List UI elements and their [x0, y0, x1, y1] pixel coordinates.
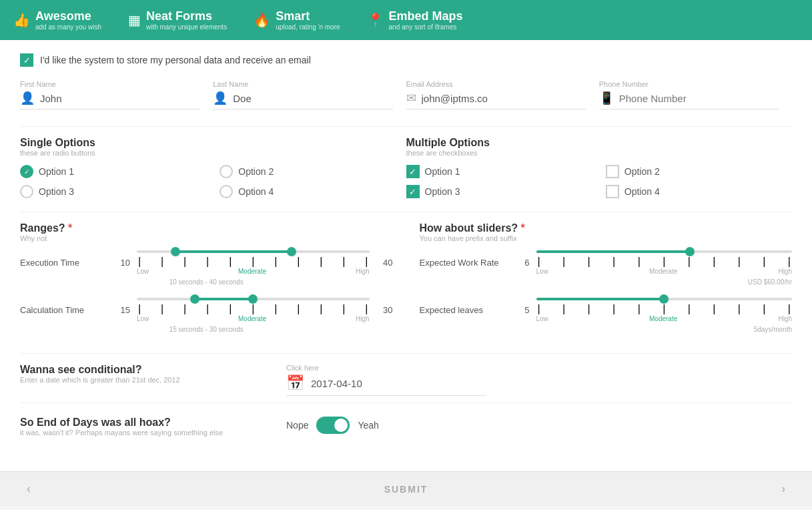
exec-moderate-label: Moderate — [238, 268, 266, 275]
first-name-group: First Name 👤 — [20, 80, 213, 109]
options-section: Single Options these are radio buttons ✓… — [20, 137, 792, 198]
single-option-3-label: Option 3 — [39, 186, 74, 197]
first-name-input-row: 👤 — [20, 91, 199, 109]
work-rate-label: Expected Work Rate — [420, 258, 506, 268]
calculation-time-track: ||||||||||| Low Moderate High — [137, 298, 370, 322]
calculation-time-label: Calculation Time — [20, 305, 107, 315]
date-question: Wanna see conditional? Enter a date whic… — [20, 364, 273, 392]
toggle-question: So End of Days was all hoax? it was, was… — [20, 417, 273, 445]
main-content: ✓ I'd like the system to store my person… — [0, 40, 812, 471]
brand-icon: 👍 — [13, 12, 30, 28]
sliders-col: How about sliders? * You can have prefix… — [420, 222, 793, 340]
date-input-row[interactable]: 📅 — [286, 374, 486, 396]
toggle-question-desc: it was, wasn't it? Perhaps mayans were s… — [20, 429, 273, 437]
leaves-row: Expected leaves 5 ||||||||||| Low Modera… — [420, 298, 793, 322]
multiple-options-title: Multiple Options — [406, 137, 793, 149]
work-rate-fill — [536, 250, 690, 253]
smart-title: Smart — [276, 9, 340, 23]
email-input[interactable] — [422, 93, 586, 104]
email-label: Email Address — [406, 80, 586, 88]
multiple-option-2[interactable]: Option 2 — [606, 165, 792, 178]
execution-time-row: Execution Time 10 ||||||||||| Low — [20, 250, 393, 275]
email-input-row: ✉ — [406, 91, 586, 109]
work-rate-thumb[interactable] — [685, 247, 695, 256]
work-rate-summary: USD $60.00/hr — [420, 278, 793, 286]
brand[interactable]: 👍 Awesome add as many you wish — [13, 9, 101, 31]
date-input[interactable] — [311, 378, 486, 389]
single-option-2[interactable]: Option 2 — [220, 165, 406, 178]
first-name-input[interactable] — [40, 93, 199, 104]
embed-maps-title: Embed Maps — [389, 9, 463, 23]
radio-2[interactable] — [220, 165, 233, 178]
single-options-subtitle: these are radio buttons — [20, 149, 406, 157]
single-option-1[interactable]: ✓ Option 1 — [20, 165, 206, 178]
execution-time-range-labels: Low Moderate High — [137, 268, 370, 275]
checkbox-1[interactable]: ✓ — [406, 165, 420, 178]
calculation-time-low-val: 15 — [113, 305, 130, 315]
header: 👍 Awesome add as many you wish ▦ Neat Fo… — [0, 0, 812, 40]
person-icon: 👤 — [20, 91, 35, 105]
header-neat-forms[interactable]: ▦ Neat Forms with many unique elements — [128, 9, 227, 31]
next-button[interactable]: › — [781, 482, 785, 496]
leaves-ticks: ||||||||||| — [536, 303, 793, 315]
calculation-time-thumb-right[interactable] — [248, 294, 258, 304]
single-option-3[interactable]: Option 3 — [20, 185, 206, 198]
work-rate-bar — [536, 250, 793, 253]
calc-low-label: Low — [137, 315, 149, 322]
work-rate-ticks: ||||||||||| — [536, 256, 793, 268]
multiple-option-1[interactable]: ✓ Option 1 — [406, 165, 592, 178]
date-question-title: Wanna see conditional? — [20, 364, 273, 376]
calculation-time-summary: 15 seconds - 30 seconds — [20, 326, 393, 333]
single-options: Single Options these are radio buttons ✓… — [20, 137, 406, 198]
phone-input-row: 📱 — [599, 91, 779, 109]
multiple-option-2-label: Option 2 — [625, 166, 660, 177]
radio-1[interactable]: ✓ — [20, 165, 33, 178]
embed-maps-icon: 📍 — [367, 12, 384, 28]
multiple-option-4[interactable]: Option 4 — [606, 185, 792, 198]
embed-maps-subtitle: and any sort of iframes — [389, 23, 463, 31]
radio-3[interactable] — [20, 185, 33, 198]
radio-4[interactable] — [220, 185, 233, 198]
execution-time-thumb-right[interactable] — [287, 247, 296, 256]
prev-button[interactable]: ‹ — [27, 482, 31, 496]
execution-time-fill — [175, 250, 292, 253]
toggle-switch[interactable] — [316, 417, 350, 434]
checkbox-3[interactable]: ✓ — [406, 185, 420, 198]
date-question-desc: Enter a date which is greater than 21st … — [20, 376, 273, 384]
single-option-1-label: Option 1 — [39, 166, 74, 177]
submit-button[interactable]: SUBMIT — [384, 484, 428, 495]
date-section: Wanna see conditional? Enter a date whic… — [20, 364, 792, 403]
last-name-input[interactable] — [233, 93, 392, 104]
multiple-options: Multiple Options these are checkboxes ✓ … — [406, 137, 793, 198]
yeah-label: Yeah — [358, 420, 378, 431]
header-embed-maps[interactable]: 📍 Embed Maps and any sort of iframes — [367, 9, 463, 31]
consent-checkbox[interactable]: ✓ — [20, 53, 33, 67]
execution-time-thumb-left[interactable] — [171, 247, 180, 256]
phone-input[interactable] — [619, 93, 779, 104]
execution-time-track: ||||||||||| Low Moderate High — [137, 250, 370, 275]
leaves-thumb[interactable] — [659, 294, 669, 304]
leaves-high-label: High — [778, 315, 792, 322]
calculation-time-thumb-left[interactable] — [190, 294, 199, 304]
single-option-4[interactable]: Option 4 — [220, 185, 406, 198]
header-smart[interactable]: 🔥 Smart upload, rating 'n more — [254, 9, 340, 31]
execution-time-low-val: 10 — [113, 258, 130, 268]
consent-label: I'd like the system to store my personal… — [40, 55, 311, 65]
email-icon: ✉ — [406, 91, 416, 105]
checkbox-2[interactable] — [606, 165, 619, 178]
toggle-section: So End of Days was all hoax? it was, was… — [20, 417, 792, 445]
execution-time-label: Execution Time — [20, 258, 107, 268]
nope-label: Nope — [286, 420, 308, 431]
multiple-option-3[interactable]: ✓ Option 3 — [406, 185, 592, 198]
sliders-subtitle: You can have prefix and suffix — [420, 234, 793, 242]
multiple-options-subtitle: these are checkboxes — [406, 149, 793, 157]
date-click-label: Click here — [286, 364, 319, 372]
multiple-option-3-label: Option 3 — [425, 186, 460, 197]
smart-subtitle: upload, rating 'n more — [276, 23, 340, 31]
neat-forms-title: Neat Forms — [146, 9, 227, 23]
phone-icon: 📱 — [599, 91, 614, 105]
leaves-label: Expected leaves — [420, 305, 506, 315]
checkbox-4[interactable] — [606, 185, 619, 198]
email-group: Email Address ✉ — [406, 80, 599, 109]
neat-forms-icon: ▦ — [128, 12, 141, 28]
